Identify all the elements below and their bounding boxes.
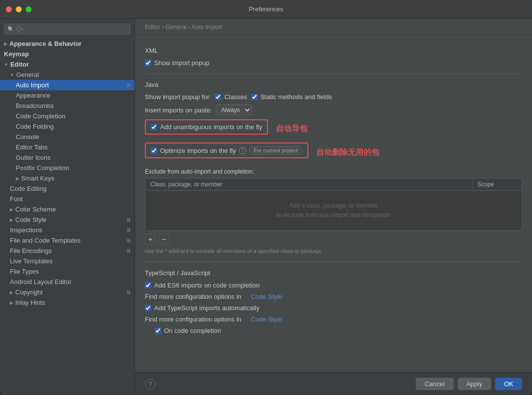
help-button[interactable]: ? [145,379,156,390]
sidebar-item-code-style[interactable]: ▶ Code Style ⊞ [0,215,134,225]
ok-button[interactable]: OK [495,378,522,390]
sidebar-item-code-editing[interactable]: Code Editing [0,183,134,194]
sidebar-item-live-templates[interactable]: Live Templates [0,256,134,266]
code-style-link-2[interactable]: Code Style [251,316,282,323]
chevron-icon: ▶ [10,290,13,295]
sidebar-item-keymap[interactable]: Keymap [0,49,134,59]
sidebar-item-smart-keys[interactable]: ▶ Smart Keys [0,173,134,183]
xml-show-popup-label[interactable]: Show import popup [145,59,209,67]
xml-section-title: XML [145,47,522,54]
sidebar-item-postfix-completion[interactable]: Postfix Completion [0,163,134,173]
copy-icon: ⊞ [127,248,131,253]
col-member: Class, package, or member [145,179,472,190]
bottom-bar: ? Cancel Apply OK [135,372,532,395]
classes-checkbox[interactable] [215,94,221,100]
sidebar-item-auto-import[interactable]: Auto Import ⊞ [0,80,134,90]
static-checkbox[interactable] [251,94,258,100]
find-more-2-text: Find more configuration options in [145,316,241,323]
add-unambiguous-text: Add unambiguous imports on the fly [160,123,262,131]
add-unambiguous-checkbox[interactable] [151,124,157,130]
sidebar-item-label: Editor [10,61,29,68]
copy-icon: ⊞ [127,227,131,233]
find-more-1-text: Find more configuration options in [145,293,241,300]
add-es6-label[interactable]: Add ES6 imports on code completion [145,282,260,289]
exclude-title: Exclude from auto-import and completion: [145,168,522,175]
sidebar-item-android-layout-editor[interactable]: Android Layout Editor [0,277,134,287]
sidebar-item-inlay-hints[interactable]: ▶ Inlay Hints [0,297,134,308]
content-area: 🔍 ▶ Appearance & Behavior Keymap ▼ Edito… [0,19,532,395]
titlebar: Preferences [0,0,532,19]
sidebar-item-appearance[interactable]: Appearance [0,90,134,101]
sidebar-item-file-code-templates[interactable]: File and Code Templates ⊞ [0,235,134,246]
classes-label[interactable]: Classes [215,93,247,101]
sidebar-item-label: Live Templates [10,257,52,265]
add-ts-auto-label[interactable]: Add TypeScript imports automatically [145,304,260,312]
static-label[interactable]: Static methods and fields [251,93,332,101]
add-es6-checkbox[interactable] [145,282,151,288]
add-exclude-button[interactable]: + [145,234,156,245]
sidebar-item-file-types[interactable]: File Types [0,266,134,277]
copy-icon: ⊞ [127,217,131,222]
sidebar-item-code-completion[interactable]: Code Completion [0,111,134,121]
search-input[interactable] [16,26,127,33]
classes-text: Classes [224,93,247,101]
xml-show-popup-checkbox[interactable] [145,60,151,66]
cancel-button[interactable]: Cancel [416,378,453,390]
sidebar-item-general[interactable]: ▼ General [0,70,134,80]
search-box[interactable]: 🔍 [4,24,131,35]
sidebar-item-inspections[interactable]: Inspections ⊞ [0,225,134,235]
minimize-button[interactable] [16,6,22,12]
apply-button[interactable]: Apply [458,378,492,390]
main-content: XML Show import popup Java Show import p… [135,35,532,372]
sidebar-item-console[interactable]: Console [0,132,134,142]
sidebar-item-label: Auto Import [16,81,49,89]
add-ts-auto-row: Add TypeScript imports automatically [145,304,522,312]
add-unambiguous-row: Add unambiguous imports on the fly 自动导包 [145,119,522,139]
insert-imports-dropdown[interactable]: Always Ask Never [216,105,252,115]
sidebar-item-label: Editor Tabs [16,144,48,151]
on-code-completion-checkbox[interactable] [155,327,161,334]
sidebar-item-label: Code Editing [10,185,46,192]
maximize-button[interactable] [26,6,32,12]
xml-show-popup-text: Show import popup [154,59,209,67]
chevron-icon: ▶ [16,176,19,181]
sidebar-item-label: File and Code Templates [10,237,81,244]
java-popup-for-label: Show import popup for: [145,93,211,101]
sidebar-item-label: Breadcrumbs [16,102,54,109]
sidebar-item-breadcrumbs[interactable]: Breadcrumbs [0,101,134,111]
sidebar-item-color-scheme[interactable]: ▶ Color Scheme [0,204,134,215]
window-title: Preferences [249,5,283,13]
sidebar-item-label: Code Completion [16,112,65,120]
sidebar-item-appearance-behavior[interactable]: ▶ Appearance & Behavior [0,38,134,49]
sidebar-item-copyright[interactable]: ▶ Copyright ⊞ [0,287,134,297]
chevron-icon: ▼ [4,62,8,67]
add-unambiguous-box: Add unambiguous imports on the fly [145,119,268,135]
chevron-icon: ▶ [4,41,7,46]
sidebar-item-file-encodings[interactable]: File Encodings ⊞ [0,246,134,256]
sidebar-item-code-folding[interactable]: Code Folding [0,121,134,132]
sidebar-item-label: General [16,71,39,78]
breadcrumb-part-1: Editor [145,24,160,31]
optimize-imports-text: Optimize imports on the fly [160,147,236,154]
insert-imports-row: Insert imports on paste: Always Ask Neve… [145,105,522,115]
traffic-lights [6,6,32,12]
sidebar-item-gutter-icons[interactable]: Gutter Icons [0,152,134,163]
sidebar-item-label: Console [16,133,39,141]
sidebar-item-font[interactable]: Font [0,194,134,204]
sidebar-item-label: Inspections [10,226,42,234]
chevron-icon: ▶ [10,217,13,222]
sidebar-item-editor[interactable]: ▼ Editor [0,59,134,70]
sidebar-item-editor-tabs[interactable]: Editor Tabs [0,142,134,152]
optimize-imports-row: Optimize imports on the fly ? For curren… [145,143,522,162]
on-code-completion-label[interactable]: On code completion [145,327,221,334]
exclude-placeholder: Add a class, package, or member to exclu… [277,201,391,220]
remove-exclude-button[interactable]: − [159,234,169,245]
close-button[interactable] [6,6,12,12]
help-icon[interactable]: ? [239,147,246,154]
divider [145,73,522,74]
code-style-link-1[interactable]: Code Style [251,293,282,300]
add-ts-auto-checkbox[interactable] [145,305,151,311]
optimize-imports-checkbox[interactable] [151,147,157,154]
sidebar-item-label: Smart Keys [21,175,54,182]
main-panel: Editor › General › Auto Import XML Show … [135,19,532,395]
